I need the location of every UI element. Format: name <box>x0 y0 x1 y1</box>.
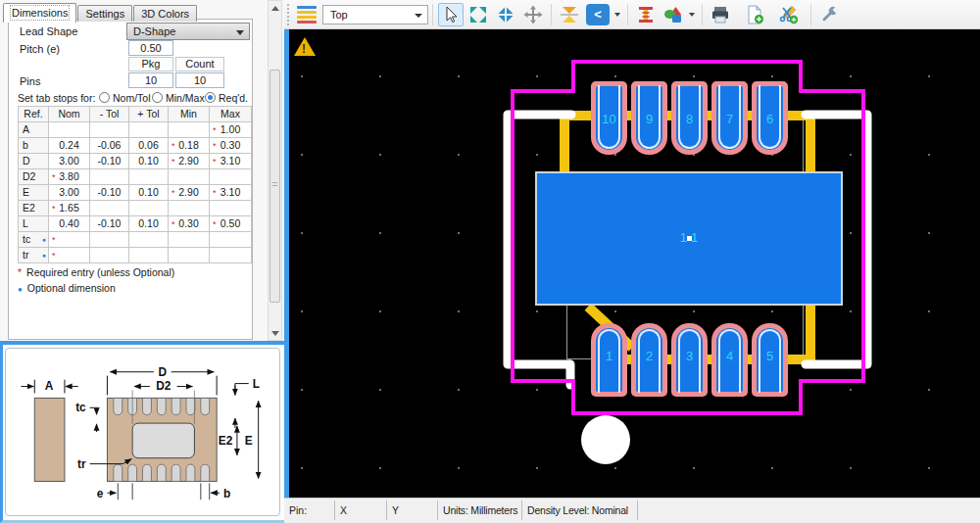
side-view-button[interactable]: < <box>584 3 612 26</box>
dim-cell[interactable] <box>129 232 169 248</box>
lead-shape-select[interactable]: D-Shape <box>126 23 250 40</box>
dim-cell[interactable]: *3.80 <box>49 169 90 185</box>
dim-cell[interactable] <box>210 248 252 263</box>
svg-text:e: e <box>97 487 104 500</box>
tab-3d-colors[interactable]: 3D Colors <box>133 5 197 22</box>
col-header: - Tol <box>90 107 129 122</box>
edit-part-button[interactable] <box>776 3 802 26</box>
dimension-lines-button[interactable] <box>633 3 659 26</box>
chevron-down-icon[interactable] <box>614 13 620 17</box>
dim-cell[interactable]: *1.65 <box>49 201 90 216</box>
dim-cell[interactable] <box>169 122 210 138</box>
dim-cell[interactable]: -0.10 <box>90 185 129 201</box>
panel-scrollbar[interactable] <box>268 0 282 341</box>
new-part-button[interactable] <box>742 3 767 26</box>
flip-vertical-button[interactable] <box>557 3 582 26</box>
dim-cell[interactable] <box>90 122 129 138</box>
status-pin: Pin: <box>284 500 335 520</box>
scroll-up-icon[interactable] <box>270 2 280 14</box>
zoom-extents-button[interactable] <box>466 3 491 26</box>
pins-pkg-input[interactable]: 10 <box>128 72 173 88</box>
radio-nom-tol[interactable] <box>99 92 110 103</box>
dim-cell[interactable]: -0.10 <box>90 216 129 232</box>
radio-reqd-label: Req'd. <box>219 92 248 104</box>
svg-text:L: L <box>253 377 260 391</box>
dim-cell[interactable] <box>129 122 169 138</box>
dim-cell[interactable] <box>90 232 129 248</box>
dim-cell[interactable]: *3.10 <box>210 154 252 169</box>
dim-cell[interactable] <box>210 169 252 185</box>
pan-button[interactable] <box>520 3 546 26</box>
dim-cell[interactable] <box>49 122 90 138</box>
zoom-extents-icon <box>468 5 488 24</box>
toolbar-grip[interactable] <box>287 4 290 25</box>
zoom-window-button[interactable] <box>493 3 518 26</box>
radio-reqd[interactable] <box>205 92 216 103</box>
dim-cell[interactable]: *2.90 <box>169 185 210 201</box>
chevron-down-icon[interactable] <box>689 13 695 17</box>
select-tool-button[interactable] <box>438 3 464 26</box>
dim-cell[interactable]: 3.00 <box>49 154 90 169</box>
tab-settings[interactable]: Settings <box>77 5 132 22</box>
pad-3[interactable]: 3 <box>671 323 708 397</box>
dim-cell[interactable]: 0.10 <box>129 154 169 169</box>
dim-cell[interactable]: 0.10 <box>129 216 169 232</box>
pad-2[interactable]: 2 <box>631 323 667 397</box>
tools-button[interactable] <box>816 3 842 26</box>
dim-cell[interactable]: *0.30 <box>169 216 210 232</box>
dim-cell[interactable]: 0.24 <box>49 138 90 154</box>
pitch-input[interactable]: 0.50 <box>128 40 173 56</box>
footnote-required: *Required entry (unless Optional) <box>18 266 174 278</box>
dim-cell[interactable]: *0.30 <box>210 138 252 154</box>
pad-10[interactable]: 10 <box>591 81 627 155</box>
pad-7[interactable]: 7 <box>711 81 748 155</box>
dim-cell[interactable]: 0.06 <box>129 138 169 154</box>
dim-cell[interactable]: *1.00 <box>210 122 252 138</box>
dim-cell[interactable] <box>90 169 129 185</box>
scrollbar-thumb[interactable] <box>270 70 280 303</box>
dim-cell[interactable]: *3.10 <box>210 185 252 201</box>
toolbar-separator <box>432 4 433 25</box>
dim-cell[interactable] <box>129 169 169 185</box>
dim-cell[interactable] <box>169 201 210 216</box>
footprint-canvas[interactable]: ! 11 <box>289 29 980 498</box>
dim-cell[interactable]: 0.10 <box>129 185 169 201</box>
tab-label: 3D Colors <box>141 8 189 20</box>
dim-cell[interactable]: * <box>49 248 90 263</box>
shapes-button[interactable] <box>661 3 686 26</box>
col-header: Ref. <box>19 107 49 122</box>
dim-cell[interactable]: *0.50 <box>210 216 252 232</box>
pad-6[interactable]: 6 <box>752 81 788 155</box>
pad-1[interactable]: 1 <box>591 323 627 397</box>
pins-count-input[interactable]: 10 <box>175 72 224 88</box>
dim-cell[interactable]: *2.90 <box>169 154 210 169</box>
radio-min-max[interactable] <box>152 92 163 103</box>
svg-text:E: E <box>245 434 253 448</box>
dim-cell[interactable]: -0.06 <box>90 138 129 154</box>
dim-cell[interactable] <box>90 201 129 216</box>
pad-number: 6 <box>752 112 788 126</box>
scroll-down-icon[interactable] <box>270 327 280 339</box>
dim-cell[interactable] <box>210 232 252 248</box>
pad-4[interactable]: 4 <box>711 323 748 397</box>
dim-cell[interactable]: 3.00 <box>49 185 90 201</box>
dim-cell[interactable] <box>210 201 252 216</box>
pad-9[interactable]: 9 <box>631 81 667 155</box>
tab-dimensions[interactable]: Dimensions <box>3 3 76 23</box>
thermal-pad-11[interactable]: 11 <box>535 171 843 306</box>
dim-cell[interactable] <box>129 248 169 263</box>
dim-cell[interactable]: -0.10 <box>90 154 129 169</box>
dim-cell[interactable] <box>169 232 210 248</box>
pad-8[interactable]: 8 <box>671 81 708 155</box>
print-button[interactable] <box>708 3 733 26</box>
dim-cell[interactable]: * <box>49 232 90 248</box>
dim-cell[interactable]: *0.18 <box>169 138 210 154</box>
dim-cell[interactable] <box>169 169 210 185</box>
layer-select[interactable]: Top <box>322 5 428 24</box>
optional-dot: ● <box>42 232 46 247</box>
dim-cell[interactable] <box>90 248 129 263</box>
dim-cell[interactable] <box>169 248 210 263</box>
dim-cell[interactable] <box>129 201 169 216</box>
dim-cell[interactable]: 0.40 <box>49 216 90 232</box>
pad-5[interactable]: 5 <box>752 323 788 397</box>
